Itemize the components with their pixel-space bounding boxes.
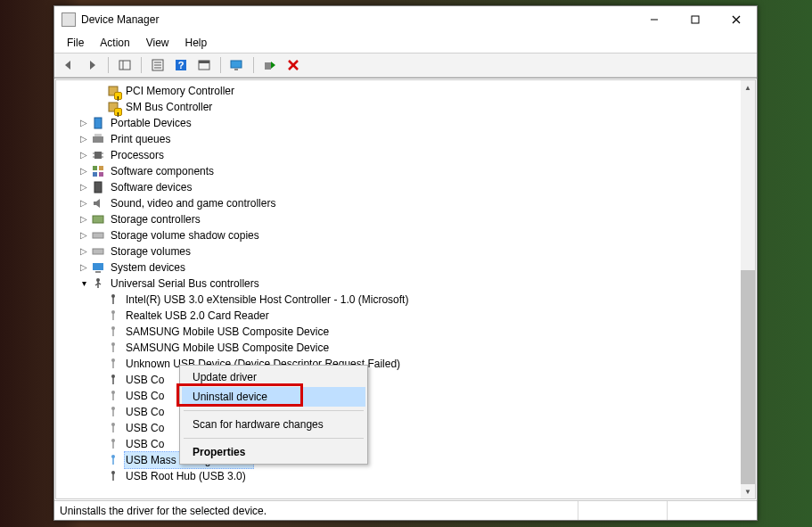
svg-rect-24	[94, 152, 102, 159]
forward-button[interactable]	[81, 55, 103, 75]
tree-node-sm-bus[interactable]: SM Bus Controller	[60, 99, 741, 115]
maximize-button[interactable]	[675, 6, 716, 33]
expander-collapsed-icon[interactable]: ▷	[78, 117, 90, 129]
usb-icon	[106, 357, 120, 371]
context-menu-separator	[184, 438, 364, 439]
tree-panel: PCI Memory Controller SM Bus Controller …	[55, 79, 756, 499]
enable-button[interactable]	[259, 55, 281, 75]
tree-node-unknown-usb[interactable]: Unknown USB Device (Device Descriptor Re…	[60, 356, 741, 372]
svg-rect-32	[99, 172, 103, 177]
show-hide-button[interactable]	[114, 55, 135, 75]
node-label: USB Co	[124, 436, 166, 452]
svg-rect-13	[199, 61, 209, 63]
ctx-properties[interactable]: Properties	[182, 442, 365, 462]
expander-collapsed-icon[interactable]: ▷	[78, 197, 90, 210]
tree-node-samsung2[interactable]: SAMSUNG Mobile USB Composite Device	[60, 340, 741, 356]
close-button[interactable]	[716, 6, 757, 33]
menu-file[interactable]: File	[60, 35, 91, 51]
tree-node-realtek[interactable]: Realtek USB 2.0 Card Reader	[60, 308, 741, 324]
menu-action[interactable]: Action	[93, 35, 136, 51]
window-buttons	[634, 6, 757, 33]
toolbar: ?	[54, 54, 757, 77]
node-label: SAMSUNG Mobile USB Composite Device	[124, 340, 331, 356]
expander-expanded-icon[interactable]: ▾	[78, 277, 90, 290]
expander-collapsed-icon[interactable]: ▷	[78, 261, 90, 274]
expander-collapsed-icon[interactable]: ▷	[78, 213, 90, 226]
node-label: Storage controllers	[109, 211, 202, 227]
toolbar-separator	[108, 57, 109, 73]
action-button[interactable]	[193, 55, 215, 75]
tree-node-storage-shadow[interactable]: ▷ Storage volume shadow copies	[60, 227, 741, 243]
expander-collapsed-icon[interactable]: ▷	[78, 165, 90, 177]
tree-node-usb-co5[interactable]: USB Co	[60, 436, 741, 452]
expander-collapsed-icon[interactable]: ▷	[78, 133, 90, 145]
tree-node-storage-controllers[interactable]: ▷ Storage controllers	[60, 211, 741, 227]
scroll-up-button[interactable]: ▲	[741, 80, 755, 95]
tree-node-usb-co1[interactable]: USB Co	[60, 372, 741, 388]
tree-node-processors[interactable]: ▷ Processors	[60, 147, 741, 163]
usb-icon	[106, 437, 120, 451]
tree-node-usb-controllers[interactable]: ▾ Universal Serial Bus controllers	[60, 276, 741, 292]
scroll-down-button[interactable]: ▼	[741, 484, 755, 498]
monitor-scan-icon	[230, 58, 244, 72]
svg-rect-38	[95, 271, 101, 273]
tree-node-storage-volumes[interactable]: ▷ Storage volumes	[60, 243, 741, 259]
desktop-background: Device Manager File Action View Help	[0, 0, 812, 527]
help-button[interactable]: ?	[170, 55, 192, 75]
node-label: Universal Serial Bus controllers	[109, 276, 261, 292]
tree-node-software-devices[interactable]: ▷ Software devices	[60, 179, 741, 195]
tree-node-usb-mass-storage[interactable]: USB Mass Storage Device	[60, 452, 741, 468]
tree-node-usb-co3[interactable]: USB Co	[60, 404, 741, 420]
back-button[interactable]	[58, 55, 79, 75]
ctx-uninstall-device[interactable]: Uninstall device	[182, 387, 365, 407]
context-menu-separator	[184, 410, 364, 411]
minimize-button[interactable]	[634, 6, 675, 33]
uninstall-button[interactable]	[283, 55, 304, 75]
scroll-thumb[interactable]	[741, 270, 755, 484]
scan-button[interactable]	[226, 55, 248, 75]
software-device-icon	[91, 180, 105, 194]
ctx-update-driver[interactable]: Update driver	[182, 367, 365, 387]
node-label: Processors	[109, 147, 166, 163]
svg-text:?: ?	[178, 60, 185, 70]
svg-rect-4	[119, 61, 130, 70]
node-label: Storage volumes	[109, 243, 193, 259]
tree-node-intel-usb3[interactable]: Intel(R) USB 3.0 eXtensible Host Control…	[60, 292, 741, 308]
expander-collapsed-icon[interactable]: ▷	[78, 245, 90, 258]
expander-collapsed-icon[interactable]: ▷	[78, 229, 90, 242]
scroll-track[interactable]	[741, 95, 755, 484]
chip-icon	[106, 84, 120, 98]
arrow-right-icon	[85, 58, 99, 72]
device-tree[interactable]: PCI Memory Controller SM Bus Controller …	[56, 80, 741, 498]
tree-node-usb-co2[interactable]: USB Co	[60, 388, 741, 404]
expander-collapsed-icon[interactable]: ▷	[78, 181, 90, 194]
svg-rect-22	[93, 136, 103, 143]
tree-node-software-components[interactable]: ▷ Software components	[60, 163, 741, 179]
arrow-left-icon	[62, 58, 76, 72]
tree-node-system-devices[interactable]: ▷ System devices	[60, 259, 741, 276]
context-menu: Update driver Uninstall device Scan for …	[179, 365, 368, 465]
tree-node-sound[interactable]: ▷ Sound, video and game controllers	[60, 195, 741, 211]
tree-node-samsung1[interactable]: SAMSUNG Mobile USB Composite Device	[60, 324, 741, 340]
usb-icon	[106, 405, 120, 419]
help-icon: ?	[174, 58, 188, 72]
tree-node-print[interactable]: ▷ Print queues	[60, 131, 741, 147]
expander-collapsed-icon[interactable]: ▷	[78, 149, 90, 161]
tree-node-usb-root[interactable]: USB Root Hub (USB 3.0)	[60, 468, 741, 484]
node-label: Print queues	[109, 131, 172, 147]
tree-node-usb-co4[interactable]: USB Co	[60, 420, 741, 436]
statusbar: Uninstalls the driver for the selected d…	[54, 500, 757, 520]
svg-rect-29	[93, 166, 97, 170]
vertical-scrollbar[interactable]: ▲ ▼	[741, 80, 755, 498]
node-label: USB Co	[124, 420, 166, 436]
menu-help[interactable]: Help	[178, 35, 215, 51]
tree-node-pci-memory[interactable]: PCI Memory Controller	[60, 83, 741, 99]
node-label: Portable Devices	[109, 115, 193, 131]
menu-view[interactable]: View	[139, 35, 176, 51]
node-label: Intel(R) USB 3.0 eXtensible Host Control…	[124, 292, 410, 308]
properties-icon	[151, 58, 165, 72]
node-label: PCI Memory Controller	[124, 83, 236, 99]
properties-button[interactable]	[147, 55, 168, 75]
tree-node-portable[interactable]: ▷ Portable Devices	[60, 115, 741, 131]
ctx-scan-hardware[interactable]: Scan for hardware changes	[182, 415, 365, 434]
